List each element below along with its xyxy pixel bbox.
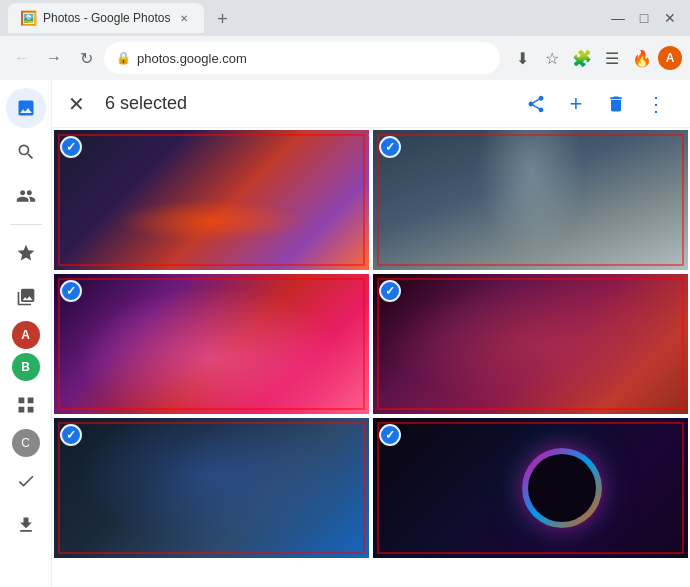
check-badge-4: [379, 280, 401, 302]
maximize-button[interactable]: □: [632, 6, 656, 30]
check-badge-2: [379, 136, 401, 158]
selected-count: 6 selected: [105, 93, 518, 114]
sidebar-icon-photos[interactable]: [6, 88, 46, 128]
sidebar-upload[interactable]: [6, 505, 46, 545]
close-window-button[interactable]: ✕: [658, 6, 682, 30]
check-badge-5: [60, 424, 82, 446]
photo-item-1[interactable]: [54, 130, 369, 270]
bookmark-icon[interactable]: ☆: [538, 44, 566, 72]
share-button[interactable]: [518, 86, 554, 122]
photo-grid-container: [52, 128, 690, 587]
sidebar-avatar-2[interactable]: B: [12, 353, 40, 381]
photo-item-2[interactable]: [373, 130, 688, 270]
sidebar-icon-favorites[interactable]: [6, 233, 46, 273]
sidebar-icon-albums[interactable]: [6, 277, 46, 317]
tab-favicon: 🖼️: [20, 10, 37, 26]
photo-grid: [54, 130, 688, 558]
sidebar-grid[interactable]: [6, 385, 46, 425]
reload-button[interactable]: ↻: [72, 44, 100, 72]
photo-item-3[interactable]: [54, 274, 369, 414]
url-text: photos.google.com: [137, 51, 488, 66]
profile-button[interactable]: A: [658, 46, 682, 70]
flame-icon[interactable]: 🔥: [628, 44, 656, 72]
sidebar-avatar-1[interactable]: A: [12, 321, 40, 349]
menu-icon[interactable]: ☰: [598, 44, 626, 72]
extensions-icon[interactable]: 🧩: [568, 44, 596, 72]
tab-title: Photos - Google Photos: [43, 11, 170, 25]
address-bar[interactable]: 🔒 photos.google.com: [104, 42, 500, 74]
download-icon[interactable]: ⬇: [508, 44, 536, 72]
forward-button[interactable]: →: [40, 44, 68, 72]
sidebar-check[interactable]: [6, 461, 46, 501]
sidebar-icon-search[interactable]: [6, 132, 46, 172]
sidebar-avatar-3[interactable]: C: [12, 429, 40, 457]
deselect-button[interactable]: ✕: [68, 92, 85, 116]
new-tab-button[interactable]: +: [208, 5, 236, 33]
sidebar: A B C: [0, 80, 52, 587]
photo-item-4[interactable]: [373, 274, 688, 414]
photo-item-5[interactable]: [54, 418, 369, 558]
browser-tab[interactable]: 🖼️ Photos - Google Photos ✕: [8, 3, 204, 33]
back-button[interactable]: ←: [8, 44, 36, 72]
delete-button[interactable]: [598, 86, 634, 122]
check-badge-3: [60, 280, 82, 302]
tab-close-button[interactable]: ✕: [176, 10, 192, 26]
sidebar-icon-people[interactable]: [6, 176, 46, 216]
sidebar-divider: [10, 224, 42, 225]
lock-icon: 🔒: [116, 51, 131, 65]
photo-item-6[interactable]: [373, 418, 688, 558]
check-badge-6: [379, 424, 401, 446]
add-button[interactable]: +: [558, 86, 594, 122]
minimize-button[interactable]: —: [606, 6, 630, 30]
more-options-button[interactable]: ⋮: [638, 86, 674, 122]
check-badge-1: [60, 136, 82, 158]
